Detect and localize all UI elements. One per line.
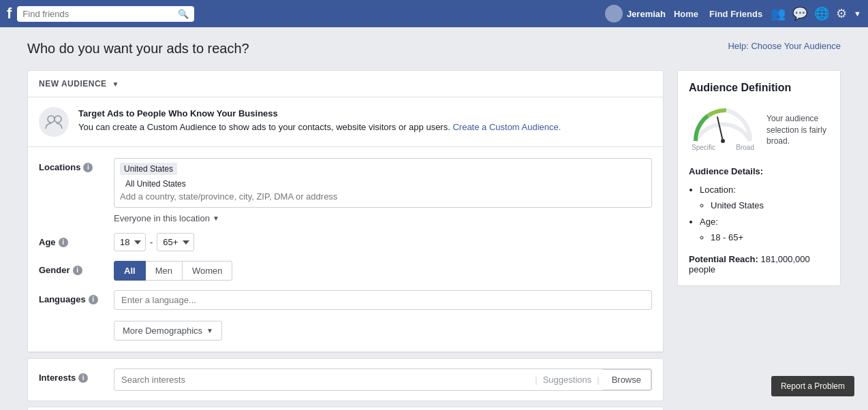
gender-row: Gender i All Men Women: [39, 261, 652, 281]
user-profile[interactable]: Jeremiah: [605, 5, 666, 22]
interests-search-container: | Suggestions | Browse: [114, 368, 652, 391]
locations-label: Locations i: [39, 158, 114, 172]
nav-home[interactable]: Home: [674, 9, 698, 19]
gender-buttons: All Men Women: [114, 261, 652, 281]
settings-icon[interactable]: ⚙: [836, 6, 847, 21]
messages-icon[interactable]: 💬: [792, 6, 807, 21]
report-problem-button[interactable]: Report a Problem: [771, 376, 854, 396]
gender-men-button[interactable]: Men: [146, 261, 183, 281]
globe-icon[interactable]: 🌐: [814, 6, 829, 21]
more-demographics-button[interactable]: More Demographics ▼: [114, 321, 222, 341]
nav-links: Home Find Friends: [674, 9, 762, 19]
interests-info-icon[interactable]: i: [78, 373, 88, 383]
languages-row: Languages i: [39, 290, 652, 310]
interests-divider: |: [532, 375, 540, 385]
location-filter-text: Everyone in this location: [114, 213, 210, 223]
locations-info-icon[interactable]: i: [83, 163, 93, 172]
custom-audience-title: Target Ads to People Who Know Your Busin…: [78, 108, 278, 119]
search-input[interactable]: [22, 9, 175, 19]
more-demographics-wrap: More Demographics ▼: [114, 319, 652, 341]
location-input[interactable]: [120, 190, 646, 203]
gender-women-button[interactable]: Women: [183, 261, 233, 281]
audience-detail-location-item: Location: United States: [700, 182, 829, 214]
search-bar[interactable]: 🔍: [17, 6, 194, 22]
more-demographics-row: More Demographics ▼: [39, 319, 652, 341]
potential-reach-label: Potential Reach:: [689, 254, 758, 264]
nav-find-friends[interactable]: Find Friends: [709, 9, 762, 19]
audience-definition-box: Audience Definition: [677, 70, 841, 286]
main-content: NEW AUDIENCE ▼ Target Ads to Pe: [27, 70, 664, 410]
gauge-specific-label: Specific: [692, 144, 715, 151]
gender-label: Gender i: [39, 261, 114, 275]
interests-divider2: |: [594, 375, 602, 385]
age-info-icon[interactable]: i: [59, 238, 68, 247]
interests-section: Interests i | Suggestions | Browse: [27, 358, 664, 401]
interests-input-wrap: | Suggestions | Browse: [114, 368, 652, 391]
search-icon: 🔍: [178, 9, 189, 19]
topnav-icons: 👥 💬 🌐 ⚙ ▼: [771, 6, 861, 21]
page-header: Who do you want your ads to reach? Help:…: [27, 41, 841, 57]
location-box[interactable]: United States All United States: [114, 158, 652, 208]
gauge-container: Specific Broad: [689, 104, 757, 157]
potential-reach: Potential Reach: 181,000,000 people: [689, 254, 829, 274]
audience-detail-age-value: 18 - 65+: [711, 230, 829, 245]
create-custom-audience-link[interactable]: Create a Custom Audience.: [452, 122, 561, 132]
page-title: Who do you want your ads to reach?: [27, 41, 249, 57]
age-row: Age i 1314151617 18192021 25303540 45505…: [39, 233, 652, 251]
gauge-wrap: Specific Broad Your audience selection i…: [689, 104, 829, 157]
gender-all-button[interactable]: All: [114, 261, 146, 281]
location-filter[interactable]: Everyone in this location ▼: [114, 213, 652, 223]
friends-icon[interactable]: 👥: [771, 6, 786, 21]
facebook-logo: f: [7, 5, 12, 22]
page-wrapper: Who do you want your ads to reach? Help:…: [0, 27, 868, 410]
languages-label: Languages i: [39, 290, 114, 304]
svg-point-1: [55, 116, 61, 123]
age-separator: -: [150, 237, 153, 247]
audience-panel-header: NEW AUDIENCE ▼: [28, 71, 663, 97]
behaviors-section: Behaviors i Browse: [27, 407, 664, 410]
sidebar: Audience Definition: [677, 70, 841, 410]
audience-definition-title: Audience Definition: [689, 82, 829, 94]
topnav-right: Jeremiah Home Find Friends 👥 💬 🌐 ⚙ ▼: [605, 5, 861, 22]
svg-line-2: [717, 117, 723, 141]
svg-point-3: [721, 139, 725, 143]
audience-panel: NEW AUDIENCE ▼ Target Ads to Pe: [27, 70, 664, 353]
gender-info-icon[interactable]: i: [73, 266, 82, 275]
main-layout: NEW AUDIENCE ▼ Target Ads to Pe: [27, 70, 841, 410]
gender-input-wrap: All Men Women: [114, 261, 652, 281]
interests-browse-button[interactable]: Browse: [602, 369, 651, 390]
location-country-tag: United States: [120, 163, 177, 175]
interests-label: Interests i: [39, 368, 114, 383]
locations-row: Locations i United States All United Sta…: [39, 158, 652, 223]
top-navigation: f 🔍 Jeremiah Home Find Friends 👥 💬 🌐 ⚙ ▼: [0, 0, 868, 27]
audience-detail-location-sublist: United States: [700, 198, 829, 213]
suggestions-link[interactable]: Suggestions: [540, 370, 595, 390]
language-input[interactable]: [114, 290, 652, 310]
new-audience-dropdown[interactable]: ▼: [112, 80, 119, 88]
languages-info-icon[interactable]: i: [89, 295, 98, 304]
age-from-select[interactable]: 1314151617 18192021 25303540 4550556065: [114, 233, 146, 251]
age-selects: 1314151617 18192021 25303540 4550556065 …: [114, 233, 652, 251]
audience-details-title: Audience Details:: [689, 166, 829, 176]
topnav-dropdown-arrow[interactable]: ▼: [854, 10, 861, 18]
location-all-tag: All United States: [120, 178, 646, 190]
audience-detail-age-item: Age: 18 - 65+: [700, 214, 829, 246]
audience-details-list: Location: United States Age: 18 - 65+: [689, 182, 829, 246]
help-link[interactable]: Help: Choose Your Audience: [728, 41, 841, 51]
svg-point-0: [48, 116, 55, 123]
form-section: Locations i United States All United Sta…: [28, 147, 663, 352]
more-demographics-label: More Demographics: [123, 326, 202, 336]
audience-detail-age-label: Age:: [700, 217, 718, 227]
age-to-select[interactable]: 18192021 25303540 45505560 65+: [157, 233, 194, 251]
avatar: [605, 5, 623, 22]
age-input-wrap: 1314151617 18192021 25303540 4550556065 …: [114, 233, 652, 251]
gauge-broad-label: Broad: [736, 144, 754, 151]
custom-audience-icon: [39, 107, 69, 137]
location-filter-arrow: ▼: [213, 215, 219, 222]
gauge-text: Your audience selection is fairly broad.: [766, 113, 829, 147]
interests-search-input[interactable]: [114, 370, 532, 390]
new-audience-label: NEW AUDIENCE: [39, 79, 107, 89]
gauge-chart: [689, 104, 757, 144]
audience-detail-age-sublist: 18 - 65+: [700, 230, 829, 245]
locations-input-wrap: United States All United States Everyone…: [114, 158, 652, 223]
